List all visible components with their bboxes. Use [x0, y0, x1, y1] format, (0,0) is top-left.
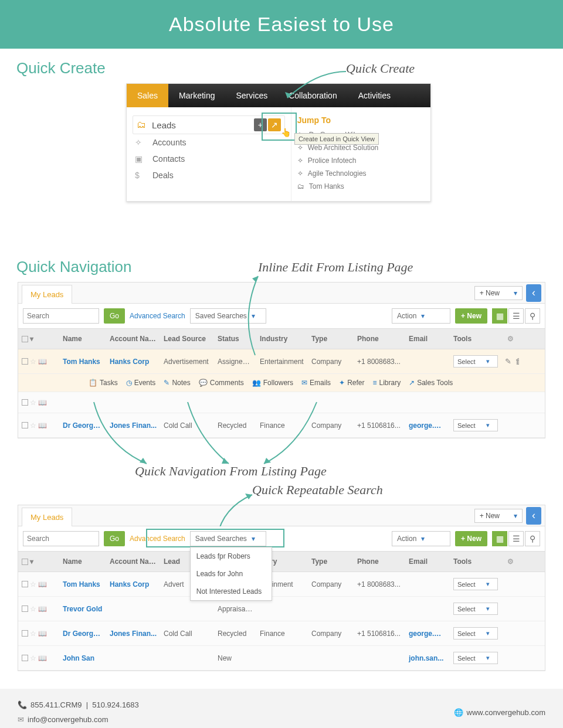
- col-phone[interactable]: Phone: [354, 329, 405, 349]
- search-input[interactable]: [23, 308, 99, 324]
- gear-icon[interactable]: ⚙: [501, 329, 519, 349]
- footer-email[interactable]: info@convergehub.com: [28, 715, 108, 724]
- subtool-comments[interactable]: 💬Comments: [199, 379, 244, 387]
- checkbox[interactable]: [22, 655, 28, 661]
- col-name[interactable]: Name: [59, 552, 106, 571]
- subtool-library[interactable]: ≡Library: [372, 379, 401, 387]
- checkbox[interactable]: [22, 399, 28, 406]
- book-icon[interactable]: 📖: [38, 421, 47, 430]
- col-source[interactable]: Lead Source: [160, 329, 214, 349]
- tools-select[interactable]: Select▾: [453, 603, 498, 615]
- cell-email[interactable]: [405, 579, 450, 590]
- col-industry[interactable]: Industry: [256, 329, 308, 349]
- col-email[interactable]: Email: [405, 552, 450, 571]
- book-icon[interactable]: 📖: [38, 654, 47, 662]
- jump-item[interactable]: ✧Prolice Infotech: [297, 154, 425, 167]
- new-dropdown[interactable]: + New▾: [474, 509, 523, 523]
- tools-select[interactable]: Select▾: [453, 578, 498, 590]
- cell-account[interactable]: [106, 603, 160, 615]
- table-row[interactable]: ☆📖: [18, 392, 545, 413]
- advanced-search-link[interactable]: Advanced Search: [130, 535, 185, 543]
- nav-marketing[interactable]: Marketing: [168, 84, 225, 107]
- cell-email[interactable]: john.san...: [405, 648, 450, 668]
- col-type[interactable]: Type: [308, 329, 354, 349]
- checkbox[interactable]: [22, 559, 28, 565]
- tab-my-leads[interactable]: My Leads: [22, 508, 72, 526]
- checkbox[interactable]: [22, 358, 28, 365]
- book-icon[interactable]: 📖: [38, 358, 47, 366]
- nav-collaboration[interactable]: Collaboration: [278, 84, 348, 107]
- subtool-notes[interactable]: ✎Notes: [164, 379, 190, 387]
- new-dropdown[interactable]: + New▾: [474, 286, 523, 300]
- list-view-button[interactable]: ☰: [508, 308, 524, 324]
- chevron-down-icon[interactable]: ▾: [30, 557, 33, 566]
- subtool-emails[interactable]: ✉Emails: [301, 379, 331, 387]
- delete-icon[interactable]: 🗑: [515, 357, 519, 366]
- cell-account[interactable]: Hanks Corp: [106, 352, 160, 372]
- cell-account[interactable]: Jones Finan...: [106, 416, 160, 436]
- star-icon[interactable]: ☆: [30, 399, 36, 407]
- tools-select[interactable]: Select▾: [453, 652, 498, 664]
- table-row[interactable]: ☆📖 Dr George... Jones Finan... Cold Call…: [18, 413, 545, 438]
- nav-activities[interactable]: Activities: [348, 84, 401, 107]
- new-button[interactable]: + New: [455, 531, 487, 546]
- cell-email[interactable]: george.wi...: [405, 416, 450, 436]
- table-row[interactable]: ☆📖 Tom Hanks Hanks Corp Advertisement As…: [18, 349, 545, 374]
- map-view-button[interactable]: ⚲: [525, 308, 540, 324]
- jump-item[interactable]: 🗂Tom Hanks: [297, 180, 425, 193]
- col-account[interactable]: Account Name: [106, 552, 160, 571]
- advanced-search-link[interactable]: Advanced Search: [130, 312, 185, 320]
- new-button[interactable]: + New: [455, 308, 487, 324]
- subtool-salestools[interactable]: ↗Sales Tools: [409, 379, 453, 387]
- chevron-down-icon[interactable]: ▾: [30, 335, 33, 343]
- star-icon[interactable]: ☆: [30, 605, 36, 613]
- table-row[interactable]: ☆📖Trevor GoldAppraisal Re...Select▾: [18, 597, 545, 621]
- cell-name[interactable]: Dr George...: [59, 624, 106, 644]
- saved-searches-dropdown[interactable]: Saved Searches▾ Leads fpr Robers Leads f…: [190, 531, 266, 546]
- menu-contacts[interactable]: ▣Contacts: [133, 151, 285, 167]
- collapse-button[interactable]: ‹: [526, 284, 541, 302]
- checkbox[interactable]: [22, 336, 28, 342]
- gear-icon[interactable]: ⚙: [501, 552, 519, 571]
- list-view-button[interactable]: ☰: [508, 531, 524, 546]
- table-row[interactable]: ☆📖Dr George...Jones Finan...Cold CallRec…: [18, 621, 545, 646]
- checkbox[interactable]: [22, 630, 28, 637]
- checkbox[interactable]: [22, 581, 28, 587]
- checkbox[interactable]: [22, 605, 28, 612]
- col-status[interactable]: Status: [214, 329, 256, 349]
- nav-services[interactable]: Services: [226, 84, 279, 107]
- cell-name[interactable]: Tom Hanks: [59, 352, 106, 372]
- tools-select[interactable]: Select▾: [453, 419, 498, 431]
- subtool-followers[interactable]: 👥Followers: [252, 379, 293, 387]
- go-button[interactable]: Go: [104, 531, 125, 546]
- cell-name[interactable]: John San: [59, 648, 106, 668]
- subtool-events[interactable]: ◷Events: [126, 379, 156, 387]
- subtool-refer[interactable]: ✦Refer: [339, 379, 364, 387]
- action-dropdown[interactable]: Action▾: [392, 308, 450, 324]
- book-icon[interactable]: 📖: [38, 605, 47, 613]
- grid-view-button[interactable]: ▦: [492, 308, 507, 324]
- book-icon[interactable]: 📖: [38, 580, 47, 588]
- saved-search-item[interactable]: Not Interested Leads: [191, 583, 272, 600]
- cell-email[interactable]: [405, 356, 450, 368]
- map-view-button[interactable]: ⚲: [525, 531, 540, 546]
- table-row[interactable]: ☆📖John SanNewjohn.san...Select▾: [18, 646, 545, 671]
- quick-create-lead-button[interactable]: ↗: [268, 118, 281, 131]
- saved-searches-dropdown[interactable]: Saved Searches▾: [190, 308, 266, 324]
- edit-icon[interactable]: ✎: [505, 357, 511, 366]
- saved-search-item[interactable]: Leads for John: [191, 565, 272, 583]
- cell-name[interactable]: Trevor Gold: [59, 599, 106, 619]
- cell-account[interactable]: Hanks Corp: [106, 574, 160, 594]
- saved-search-item[interactable]: Leads fpr Robers: [191, 547, 272, 565]
- cell-account[interactable]: [106, 652, 160, 664]
- checkbox[interactable]: [22, 422, 28, 428]
- menu-deals[interactable]: $Deals: [133, 167, 285, 183]
- cell-email[interactable]: george.wi...: [405, 624, 450, 644]
- collapse-button[interactable]: ‹: [526, 507, 541, 525]
- tools-select[interactable]: Select▾: [453, 355, 498, 368]
- go-button[interactable]: Go: [104, 308, 125, 324]
- star-icon[interactable]: ☆: [30, 580, 36, 588]
- col-email[interactable]: Email: [405, 329, 450, 349]
- star-icon[interactable]: ☆: [30, 630, 36, 638]
- table-row[interactable]: ☆📖Tom HanksHanks CorpAdvertertainmentCom…: [18, 572, 545, 597]
